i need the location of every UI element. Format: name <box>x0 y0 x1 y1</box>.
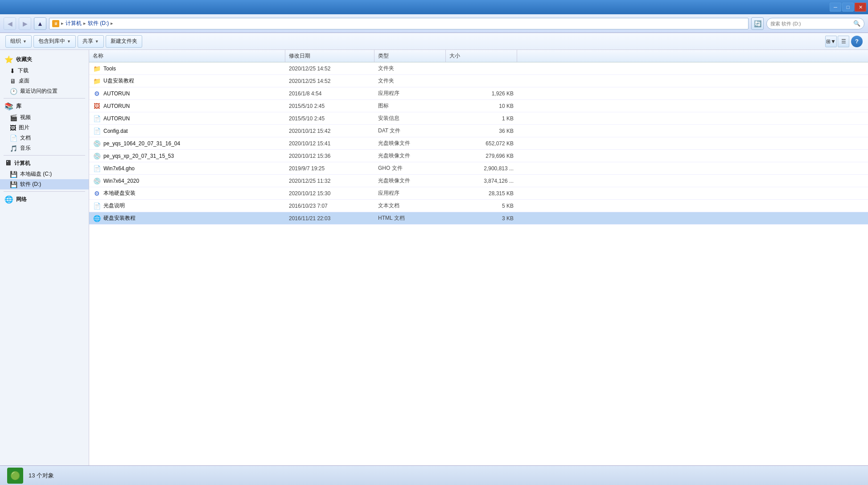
path-sep3: ▸ <box>111 21 113 26</box>
file-name-cell: 📁U盘安装教程 <box>89 75 285 87</box>
share-caret: ▼ <box>95 39 99 44</box>
file-type: 应用程序 <box>374 87 446 99</box>
table-row[interactable]: ⚙AUTORUN2016/1/8 4:54应用程序1,926 KB <box>89 87 868 100</box>
table-row[interactable]: 📁Tools2020/12/25 14:52文件夹 <box>89 62 868 75</box>
table-row[interactable]: 📄光盘说明2016/10/23 7:07文本文档5 KB <box>89 200 868 212</box>
file-size: 36 KB <box>446 125 517 137</box>
file-size: 28,315 KB <box>446 187 517 199</box>
file-type: 光盘映像文件 <box>374 137 446 149</box>
share-button[interactable]: 共享 ▼ <box>78 35 104 48</box>
file-name-cell: 📄Win7x64.gho <box>89 162 285 174</box>
organize-button[interactable]: 组织 ▼ <box>5 35 32 48</box>
column-headers: 名称 修改日期 类型 大小 <box>89 50 868 62</box>
file-icon: 🌐 <box>93 214 101 222</box>
desktop-label: 桌面 <box>19 77 29 85</box>
file-type: 光盘映像文件 <box>374 175 446 187</box>
file-type: 文件夹 <box>374 62 446 74</box>
sidebar-item-music[interactable]: 🎵 音乐 <box>0 143 89 153</box>
forward-button[interactable]: ▶ <box>19 17 31 30</box>
maximize-button[interactable]: □ <box>842 3 854 12</box>
sidebar-item-c-drive[interactable]: 💾 本地磁盘 (C:) <box>0 169 89 179</box>
sidebar-item-pictures[interactable]: 🖼 图片 <box>0 123 89 133</box>
sidebar-item-d-drive[interactable]: 💾 软件 (D:) <box>0 179 89 189</box>
minimize-button[interactable]: ─ <box>830 3 841 12</box>
status-bar: 🟢 13 个对象 <box>0 465 868 485</box>
c-drive-label: 本地磁盘 (C:) <box>20 170 52 178</box>
downloads-label: 下载 <box>18 67 29 74</box>
sidebar-item-documents[interactable]: 📄 文档 <box>0 133 89 143</box>
share-label: 共享 <box>82 37 93 45</box>
close-button[interactable]: ✕ <box>855 3 866 12</box>
pictures-label: 图片 <box>19 124 29 132</box>
file-icon: 💿 <box>93 140 101 148</box>
table-row[interactable]: 🌐硬盘安装教程2016/11/21 22:03HTML 文档3 KB <box>89 212 868 225</box>
file-date: 2020/12/25 14:52 <box>285 75 374 87</box>
file-name-cell: 💿pe_yqs_xp_20_07_31_15_53 <box>89 150 285 162</box>
file-name-cell: 🌐硬盘安装教程 <box>89 212 285 224</box>
file-size: 3 KB <box>446 212 517 224</box>
address-bar: ◀ ▶ ▲ 🖥 ▸ 计算机 ▸ 软件 (D:) ▸ 🔄 🔍 <box>0 14 868 33</box>
table-row[interactable]: 📄Win7x64.gho2019/9/7 19:25GHO 文件2,900,81… <box>89 162 868 175</box>
view-icon-button[interactable]: ⊞▼ <box>825 36 837 47</box>
table-row[interactable]: 💿Win7x64_20202020/12/25 11:32光盘映像文件3,874… <box>89 175 868 187</box>
new-folder-button[interactable]: 新建文件夹 <box>106 35 142 48</box>
documents-label: 文档 <box>20 134 31 142</box>
table-row[interactable]: 📄AUTORUN2015/5/10 2:45安装信息1 KB <box>89 112 868 125</box>
col-header-name[interactable]: 名称 <box>89 50 285 62</box>
file-icon: 📁 <box>93 77 101 85</box>
organize-caret: ▼ <box>23 39 27 44</box>
file-date: 2015/5/10 2:45 <box>285 100 374 112</box>
table-row[interactable]: 💿pe_yqs_xp_20_07_31_15_532020/10/12 15:3… <box>89 150 868 162</box>
address-path[interactable]: 🖥 ▸ 计算机 ▸ 软件 (D:) ▸ <box>49 18 749 29</box>
sidebar-favorites-header: ⭐ 收藏夹 <box>0 53 89 66</box>
search-icon[interactable]: 🔍 <box>853 20 860 27</box>
table-row[interactable]: 🖼AUTORUN2015/5/10 2:45图标10 KB <box>89 100 868 112</box>
file-name-cell: 📄AUTORUN <box>89 112 285 124</box>
title-bar: ─ □ ✕ <box>0 0 868 14</box>
table-row[interactable]: ⚙本地硬盘安装2020/10/12 15:30应用程序28,315 KB <box>89 187 868 200</box>
search-box[interactable]: 🔍 <box>766 18 864 29</box>
sidebar-section-favorites: ⭐ 收藏夹 ⬇ 下载 🖥 桌面 🕐 最近访问的位置 <box>0 53 89 96</box>
col-header-date[interactable]: 修改日期 <box>285 50 374 62</box>
include-in-lib-button[interactable]: 包含到库中 ▼ <box>33 35 76 48</box>
up-button[interactable]: ▲ <box>34 17 46 30</box>
file-name: 硬盘安装教程 <box>103 214 136 222</box>
music-icon: 🎵 <box>10 145 17 152</box>
col-header-size[interactable]: 大小 <box>446 50 517 62</box>
file-icon: 📄 <box>93 127 101 135</box>
file-name: pe_yqs_xp_20_07_31_15_53 <box>103 153 174 159</box>
include-in-lib-caret: ▼ <box>67 39 71 44</box>
path-drive[interactable]: 软件 (D:) <box>88 20 109 27</box>
d-drive-label: 软件 (D:) <box>20 181 41 188</box>
view-buttons: ⊞▼ ☰ <box>825 36 849 47</box>
back-button[interactable]: ◀ <box>4 17 16 30</box>
search-input[interactable] <box>770 21 852 26</box>
path-computer[interactable]: 计算机 <box>66 20 82 27</box>
video-icon: 🎬 <box>10 114 17 121</box>
sidebar-item-recent[interactable]: 🕐 最近访问的位置 <box>0 86 89 96</box>
table-row[interactable]: 📄Config.dat2020/10/12 15:42DAT 文件36 KB <box>89 125 868 137</box>
file-type: 文本文档 <box>374 200 446 212</box>
refresh-button[interactable]: 🔄 <box>751 17 764 30</box>
sidebar-item-desktop[interactable]: 🖥 桌面 <box>0 76 89 86</box>
sidebar-item-video[interactable]: 🎬 视频 <box>0 112 89 123</box>
file-icon: ⚙ <box>93 189 101 197</box>
pictures-icon: 🖼 <box>10 124 16 132</box>
file-size: 2,900,813 ... <box>446 162 517 174</box>
table-row[interactable]: 📁U盘安装教程2020/12/25 14:52文件夹 <box>89 75 868 87</box>
file-size <box>446 62 517 74</box>
file-size: 10 KB <box>446 100 517 112</box>
window-controls: ─ □ ✕ <box>830 3 866 12</box>
sidebar-item-downloads[interactable]: ⬇ 下载 <box>0 66 89 76</box>
help-button[interactable]: ? <box>851 36 863 47</box>
file-date: 2016/10/23 7:07 <box>285 200 374 212</box>
sidebar-divider-2 <box>4 155 85 156</box>
col-header-type[interactable]: 类型 <box>374 50 446 62</box>
file-type: HTML 文档 <box>374 212 446 224</box>
table-row[interactable]: 💿pe_yqs_1064_20_07_31_16_042020/10/12 15… <box>89 137 868 150</box>
file-icon: ⚙ <box>93 90 101 98</box>
video-label: 视频 <box>20 114 31 121</box>
file-date: 2020/12/25 14:52 <box>285 62 374 74</box>
view-list-button[interactable]: ☰ <box>838 36 849 47</box>
path-sep2: ▸ <box>83 21 86 26</box>
